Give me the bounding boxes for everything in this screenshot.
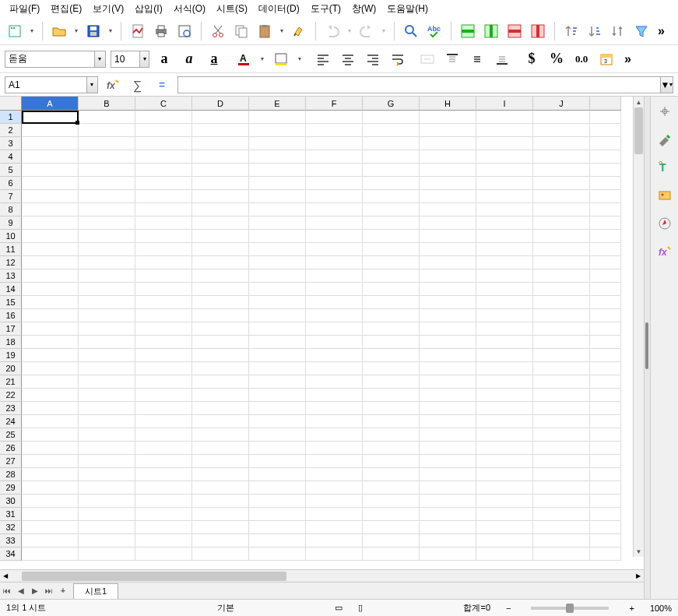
menu-file[interactable]: 파일(F) (5, 1, 44, 17)
cell[interactable] (306, 137, 363, 150)
horizontal-scrollbar[interactable]: ◀ ▶ (0, 569, 644, 582)
cell[interactable] (22, 336, 79, 349)
cell[interactable] (420, 336, 476, 349)
col-header-A[interactable]: A (22, 97, 79, 111)
cell[interactable] (420, 124, 476, 137)
cell[interactable] (192, 428, 249, 442)
cell[interactable] (249, 256, 306, 269)
cell[interactable] (135, 336, 192, 349)
cell[interactable] (533, 415, 590, 428)
cell[interactable] (590, 230, 621, 243)
styles-icon[interactable]: T (655, 157, 675, 178)
cell[interactable] (306, 269, 363, 283)
cell[interactable] (420, 164, 476, 177)
cell[interactable] (192, 322, 249, 336)
cell[interactable] (590, 164, 621, 177)
cell[interactable] (22, 150, 79, 164)
cell[interactable] (192, 495, 249, 508)
cell[interactable] (135, 230, 192, 243)
cell[interactable] (22, 309, 79, 322)
cell[interactable] (476, 243, 533, 256)
cell[interactable] (22, 283, 79, 296)
cell[interactable] (590, 137, 621, 150)
cell[interactable] (363, 322, 420, 336)
insert-mode-icon[interactable]: ▭ (335, 603, 343, 613)
cell[interactable] (476, 150, 533, 164)
cell[interactable] (79, 428, 135, 442)
percent-button[interactable]: % (546, 49, 567, 69)
row-header-4[interactable]: 4 (0, 150, 22, 164)
cell[interactable] (306, 190, 363, 203)
cell[interactable] (306, 495, 363, 508)
merge-cells-button[interactable] (417, 49, 437, 69)
cell[interactable] (533, 296, 590, 309)
align-right-button[interactable] (363, 49, 383, 69)
cell[interactable] (135, 442, 192, 455)
row-header-25[interactable]: 25 (0, 428, 22, 442)
cell[interactable] (590, 111, 621, 124)
cell[interactable] (590, 177, 621, 190)
cell[interactable] (476, 442, 533, 455)
cell[interactable] (249, 243, 306, 256)
gallery-icon[interactable] (655, 185, 675, 206)
cell[interactable] (135, 164, 192, 177)
cell[interactable] (476, 495, 533, 508)
cell[interactable] (533, 283, 590, 296)
cell[interactable] (79, 402, 135, 415)
cell[interactable] (79, 216, 135, 230)
bold-button[interactable]: a (154, 49, 174, 69)
cell[interactable] (192, 216, 249, 230)
font-name-dropdown[interactable] (94, 51, 105, 67)
cell[interactable] (363, 455, 420, 468)
cell[interactable] (420, 269, 476, 283)
cell[interactable] (363, 111, 420, 124)
cell[interactable] (79, 547, 135, 561)
cell[interactable] (533, 521, 590, 534)
row-header-2[interactable]: 2 (0, 124, 22, 137)
cell[interactable] (363, 203, 420, 216)
cell[interactable] (590, 508, 621, 521)
cell[interactable] (476, 203, 533, 216)
cell[interactable] (590, 362, 621, 375)
cell[interactable] (249, 137, 306, 150)
col-header-G[interactable]: G (363, 97, 420, 111)
cell[interactable] (363, 495, 420, 508)
row-header-34[interactable]: 34 (0, 547, 22, 561)
row-header-15[interactable]: 15 (0, 296, 22, 309)
cell[interactable] (135, 111, 192, 124)
cell[interactable] (363, 256, 420, 269)
cell[interactable] (420, 203, 476, 216)
font-name-combo[interactable] (5, 51, 106, 68)
cell[interactable] (476, 283, 533, 296)
pdf-button[interactable] (128, 21, 148, 41)
font-color-button[interactable]: A (234, 49, 254, 69)
cell[interactable] (476, 216, 533, 230)
print-preview-button[interactable] (174, 21, 195, 41)
row-header-8[interactable]: 8 (0, 203, 22, 216)
cell[interactable] (306, 455, 363, 468)
highlight-dropdown[interactable] (296, 55, 304, 62)
cell[interactable] (306, 389, 363, 402)
scroll-down-icon[interactable]: ▼ (634, 546, 644, 557)
cell[interactable] (420, 547, 476, 561)
sort-asc-button[interactable] (561, 21, 581, 41)
print-button[interactable] (151, 21, 171, 41)
cell[interactable] (306, 256, 363, 269)
font-size-input[interactable] (111, 54, 139, 65)
scroll-up-icon[interactable]: ▲ (634, 97, 644, 107)
cell[interactable] (22, 442, 79, 455)
vertical-scrollbar[interactable]: ▲ ▼ (633, 97, 644, 557)
cell[interactable] (590, 150, 621, 164)
row-header-33[interactable]: 33 (0, 534, 22, 547)
cell[interactable] (22, 111, 79, 124)
cell[interactable] (79, 111, 135, 124)
cell[interactable] (192, 508, 249, 521)
cell[interactable] (363, 402, 420, 415)
cell[interactable] (420, 216, 476, 230)
cell[interactable] (249, 481, 306, 495)
cell[interactable] (420, 534, 476, 547)
cell[interactable] (249, 322, 306, 336)
cell[interactable] (22, 428, 79, 442)
cell[interactable] (135, 190, 192, 203)
cell[interactable] (533, 534, 590, 547)
